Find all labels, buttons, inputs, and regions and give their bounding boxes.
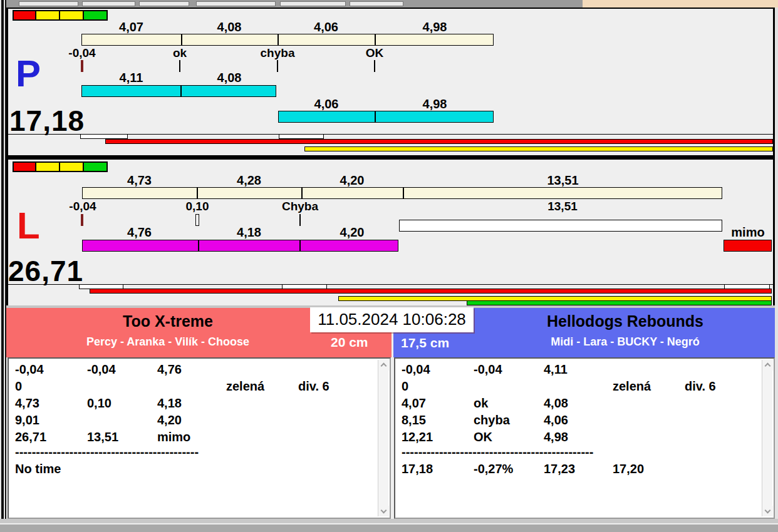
timeline-white-segment xyxy=(279,134,324,139)
gate-tick xyxy=(374,60,375,72)
section-divider xyxy=(6,155,775,160)
background-toolbar-fragment xyxy=(82,1,135,6)
timeline-red-bar xyxy=(90,289,772,294)
plan-split-label: 4,07 xyxy=(81,20,181,34)
status-bar xyxy=(0,519,778,532)
gate-mark-label: 0,10 xyxy=(186,200,209,213)
results-textarea-right[interactable]: -0,04-0,044,11 0zelenádiv. 6 4,07ok4,08 … xyxy=(394,357,775,519)
run-split-label: 4,98 xyxy=(375,97,495,111)
divider-row: ----------------------------------------… xyxy=(15,445,375,462)
result-row: 8,15chyba4,06 xyxy=(402,413,759,430)
gate-mark-label: -0,04 xyxy=(68,46,95,60)
plan-split-label: 4,08 xyxy=(181,20,277,34)
track-p-total-time: 17,18 xyxy=(9,106,85,135)
background-toolbar-fragment xyxy=(139,1,189,6)
team-title: Too X-treme xyxy=(6,312,329,330)
final-result-row: 17,18-0,27%17,2317,20 xyxy=(402,462,759,479)
scroll-down-icon[interactable] xyxy=(762,506,773,516)
pending-split-bar xyxy=(399,220,722,232)
legend-yellow-box xyxy=(60,161,84,172)
out-of-course-bar xyxy=(724,240,772,252)
result-row: 12,21OK4,98 xyxy=(402,430,759,447)
gate-tick xyxy=(195,214,199,226)
timestamp: 11.05.2024 10:06:28 xyxy=(310,307,474,332)
jump-height-label: 20 cm xyxy=(331,335,368,350)
divider-row: ----------------------------------------… xyxy=(402,445,759,462)
scroll-down-icon[interactable] xyxy=(378,506,389,516)
run-split-bar xyxy=(82,240,398,252)
gate-mark-label: ok xyxy=(173,46,187,60)
scroll-up-icon[interactable] xyxy=(762,360,773,371)
legend-green-box xyxy=(84,161,108,172)
final-result-row: No time xyxy=(15,462,375,479)
background-toolbar-fragment xyxy=(196,1,276,6)
background-window-strip xyxy=(0,0,778,8)
timeline-red-bar xyxy=(105,139,773,144)
run-split-bar xyxy=(278,111,494,123)
window-right-border xyxy=(775,8,778,532)
gate-mark-label: -0,04 xyxy=(69,200,96,213)
result-row: 4,730,104,18 xyxy=(15,396,375,413)
plan-split-label: 13,51 xyxy=(403,173,723,188)
window-left-border xyxy=(0,0,6,532)
gate-mark-label: OK xyxy=(366,46,384,60)
run-split-label: 4,76 xyxy=(82,225,197,240)
legend-yellow-box xyxy=(36,161,60,172)
result-row: 9,014,20 xyxy=(15,413,375,430)
team-dogs: Percy - Aranka - Vilík - Choose xyxy=(6,335,329,349)
out-of-course-label: mimo xyxy=(724,225,772,240)
run-split-label: 4,08 xyxy=(181,71,277,85)
track-p-letter: P xyxy=(16,55,41,93)
legend-green-box xyxy=(84,10,108,21)
gate-mark-label: Chyba xyxy=(282,200,318,213)
run-split-label: 4,06 xyxy=(278,97,375,111)
plan-split-label: 4,20 xyxy=(301,173,403,188)
timeline-yellow-bar xyxy=(304,146,773,151)
plan-split-label: 4,73 xyxy=(82,173,197,188)
legend-red-box xyxy=(13,10,36,21)
run-split-label: 4,11 xyxy=(81,71,181,85)
legend-yellow-box xyxy=(60,10,84,21)
gate-mark-label: 13,51 xyxy=(547,200,578,213)
jump-height-label: 17,5 cm xyxy=(401,335,449,350)
legend-red-box xyxy=(13,161,36,172)
scrollbar[interactable] xyxy=(378,360,388,516)
track-l-letter: L xyxy=(17,207,40,245)
plan-split-bar xyxy=(82,187,722,199)
run-split-label: 4,20 xyxy=(301,225,403,240)
run-split-bar xyxy=(81,85,276,97)
result-row: -0,04-0,044,11 xyxy=(402,362,759,379)
background-window-fragment xyxy=(583,0,778,8)
background-toolbar-fragment xyxy=(280,1,346,6)
track-l-panel: 4,73 4,28 4,20 13,51 -0,04 0,10 Chyba 13… xyxy=(6,160,775,305)
team-dogs: Midi - Lara - BUCKY - Negró xyxy=(481,335,769,349)
background-toolbar-fragment xyxy=(19,1,78,6)
status-color-legend xyxy=(13,10,108,21)
timeline-green-bar xyxy=(467,300,772,305)
results-textarea-left[interactable]: -0,04-0,044,76 0zelenádiv. 6 4,730,104,1… xyxy=(8,357,391,519)
plan-split-label: 4,06 xyxy=(277,20,375,34)
result-row: 0zelenádiv. 6 xyxy=(402,379,759,396)
legend-yellow-box xyxy=(36,10,60,21)
plan-split-label: 4,28 xyxy=(197,173,301,188)
gate-tick xyxy=(299,214,301,226)
scrollbar[interactable] xyxy=(762,360,772,516)
result-row: 26,7113,51mimo xyxy=(15,430,375,447)
result-row: 0zelenádiv. 6 xyxy=(15,379,375,396)
run-split-label: 4,18 xyxy=(197,225,301,240)
plan-split-bar xyxy=(81,34,494,46)
plan-split-label: 4,98 xyxy=(375,20,495,34)
timeline-white-segment xyxy=(80,134,128,139)
gate-mark-label: chyba xyxy=(261,46,295,60)
gate-tick xyxy=(81,214,83,226)
app-window: 4,07 4,08 4,06 4,98 -0,04 ok chyba OK P … xyxy=(0,0,778,532)
status-color-legend xyxy=(13,161,108,172)
team-title: Hellodogs Rebounds xyxy=(481,312,769,330)
result-row: 4,07ok4,08 xyxy=(402,396,759,413)
result-row: -0,04-0,044,76 xyxy=(15,362,375,379)
track-p-panel: 4,07 4,08 4,06 4,98 -0,04 ok chyba OK P … xyxy=(6,8,775,155)
background-toolbar-fragment xyxy=(350,1,403,6)
scroll-up-icon[interactable] xyxy=(378,360,389,371)
track-l-total-time: 26,71 xyxy=(8,257,83,285)
